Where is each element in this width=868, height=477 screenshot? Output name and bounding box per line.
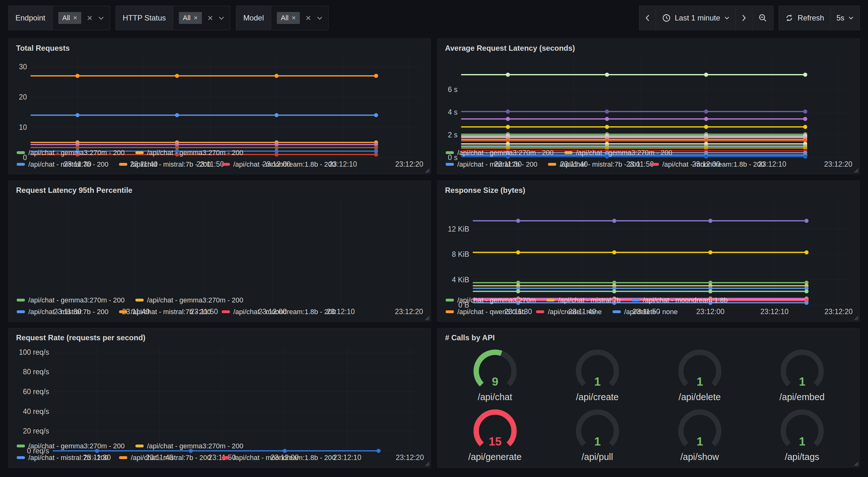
zoom-out-button[interactable] [752, 6, 773, 30]
filter-endpoint-chip[interactable]: All× [58, 12, 81, 24]
gauge-value: 1 [799, 375, 805, 388]
panel-calls-by-api: # Calls by API 9/api/chat1/api/create1/a… [437, 328, 860, 468]
refresh-interval-dropdown[interactable]: 5s [830, 6, 860, 30]
legend-label: /api/chat - qwen3:0.6b [457, 308, 525, 316]
chart-request-rate[interactable]: 23:11:3023:11:4023:11:5023:12:0023:12:10… [15, 344, 424, 440]
filter-http-status-chip[interactable]: All× [179, 12, 202, 24]
panel-title[interactable]: Total Requests [16, 44, 424, 53]
legend-item[interactable]: /api/chat - mistral:7b - 200 [17, 160, 108, 169]
gauge-arc: 1 [567, 345, 627, 392]
legend-item[interactable]: /api/chat - mistral:7b [547, 296, 620, 304]
legend-label: /api/chat - mistral:7b - 200 [560, 160, 640, 169]
gauge-label: /api/create [576, 392, 619, 402]
legend-swatch [17, 299, 25, 301]
chart-average-request-latency[interactable]: 23:11:3023:11:4023:11:5023:12:0023:12:10… [444, 54, 853, 146]
gauge[interactable]: 1/api/delete [670, 345, 730, 402]
panel-title[interactable]: # Calls by API [445, 333, 853, 342]
legend-swatch [135, 445, 144, 447]
chip-remove-icon[interactable]: × [73, 14, 77, 22]
legend-item[interactable]: /api/chat - moondream:1.8b - 200 [222, 454, 336, 462]
filter-endpoint-value[interactable]: All× × [53, 6, 110, 30]
gauge[interactable]: 1/api/embed [772, 345, 832, 402]
clear-selection-icon[interactable]: × [208, 13, 213, 23]
legend-swatch [17, 445, 25, 447]
gauge[interactable]: 1/api/pull [567, 405, 627, 462]
gauge[interactable]: 9/api/chat [465, 345, 525, 402]
resize-handle-icon[interactable] [854, 461, 859, 466]
resize-handle-icon[interactable] [854, 168, 859, 173]
legend-item[interactable]: /api/delete - none [613, 308, 678, 316]
panel-title[interactable]: Request Rate (requests per second) [16, 333, 424, 342]
clear-selection-icon[interactable]: × [87, 13, 93, 23]
legend-item[interactable]: /api/chat - gemma3:270m - 200 [17, 149, 125, 157]
gauge-arc: 1 [772, 345, 832, 392]
legend-item[interactable]: /api/chat - gemma3:270m - 200 [135, 149, 244, 157]
filter-http-status-value[interactable]: All× × [173, 6, 230, 30]
refresh-button[interactable]: Refresh [779, 6, 830, 30]
time-shift-back-button[interactable] [639, 6, 656, 30]
series-point [506, 117, 510, 121]
chart-total-requests[interactable]: 23:11:3023:11:4023:11:5023:12:0023:12:10… [15, 54, 424, 146]
legend-item[interactable]: /api/chat - moondream:1.8b - 200 [222, 308, 336, 316]
legend-item[interactable]: /api/chat - mistral:7b - 200 [119, 160, 211, 169]
time-shift-forward-button[interactable] [735, 6, 752, 30]
chart-response-size[interactable]: 23:11:3023:11:4023:11:5023:12:0023:12:10… [444, 196, 853, 294]
chip-remove-icon[interactable]: × [194, 14, 198, 22]
legend-item[interactable]: /api/chat - moondream:1.8b - 200 [222, 160, 336, 169]
resize-handle-icon[interactable] [425, 168, 430, 173]
time-range-picker-button[interactable]: Last 1 minute [656, 6, 735, 30]
chevron-down-icon[interactable] [317, 17, 322, 20]
legend-swatch [17, 310, 25, 313]
gauge[interactable]: 1/api/create [567, 345, 627, 402]
filter-model-chip[interactable]: All× [277, 12, 300, 24]
legend-item[interactable]: /api/chat - mistral:7b - 200 [446, 160, 537, 169]
legend-item[interactable]: /api/chat - gemma3:270m - 200 [135, 442, 244, 450]
filter-http-status-label: HTTP Status [116, 6, 173, 30]
chip-remove-icon[interactable]: × [292, 14, 296, 22]
legend-item[interactable]: /api/chat - qwen3:0.6b [446, 308, 525, 316]
legend-item[interactable]: /api/chat - mistral:7b - 200 [119, 308, 211, 316]
legend-swatch [547, 299, 555, 301]
legend-swatch [135, 151, 144, 154]
panel-total-requests: Total Requests 23:11:3023:11:4023:11:502… [8, 38, 431, 174]
legend-item[interactable]: /api/chat - mistral:7b - 200 [548, 160, 640, 169]
legend-item[interactable]: /api/chat - mistral:7b - 200 [17, 454, 108, 462]
gauge[interactable]: 1/api/tags [772, 405, 832, 462]
legend-item[interactable]: /api/create - none [536, 308, 601, 316]
gauge-value: 15 [489, 435, 501, 448]
series-point [803, 125, 807, 129]
resize-handle-icon[interactable] [425, 316, 430, 320]
refresh-icon [785, 13, 794, 22]
legend-item[interactable]: /api/chat - mistral:7b - 200 [17, 308, 108, 316]
series-point [612, 250, 616, 255]
resize-handle-icon[interactable] [425, 461, 430, 466]
resize-handle-icon[interactable] [854, 316, 859, 320]
panel-title[interactable]: Average Request Latency (seconds) [445, 44, 853, 53]
gauge-arc: 1 [670, 345, 730, 392]
gauge[interactable]: 1/api/show [670, 405, 730, 462]
panel-title[interactable]: Response Size (bytes) [445, 186, 853, 195]
legend-row: /api/chat - gemma3:270m - 200/api/chat -… [15, 294, 424, 306]
legend-swatch [651, 163, 659, 166]
legend: /api/chat - gemma3:270m - 200/api/chat -… [15, 440, 424, 464]
gauge[interactable]: 15/api/generate [465, 405, 525, 462]
legend-item[interactable]: /api/chat - gemma3:270m [446, 296, 536, 304]
legend-item[interactable]: /api/chat - gemma3:270m - 200 [17, 442, 125, 450]
legend-item[interactable]: /api/chat - moondream:1.8b [631, 296, 728, 304]
legend-item[interactable]: /api/chat - gemma3:270m - 200 [17, 296, 125, 304]
legend-item[interactable]: /api/chat - gemma3:270m - 200 [446, 149, 554, 157]
chevron-down-icon[interactable] [98, 17, 104, 20]
legend-item[interactable]: /api/chat - gemma3:270m - 200 [564, 149, 673, 157]
legend-item[interactable]: /api/chat - moondream:1.8b - 200 [651, 160, 765, 169]
legend-item[interactable]: /api/chat - mistral:7b - 200 [119, 454, 211, 462]
legend-label: /api/chat - gemma3:270m - 200 [28, 296, 125, 304]
legend-label: /api/chat - moondream:1.8b - 200 [234, 454, 336, 462]
clear-selection-icon[interactable]: × [306, 13, 311, 23]
legend-item[interactable]: /api/chat - gemma3:270m - 200 [135, 296, 244, 304]
filter-model-value[interactable]: All× × [271, 6, 328, 30]
chart-request-latency-p95[interactable]: 23:11:3023:11:4023:11:5023:12:0023:12:10… [15, 196, 424, 294]
legend-label: /api/chat - gemma3:270m - 200 [457, 149, 554, 157]
chevron-down-icon[interactable] [219, 17, 224, 20]
panel-title[interactable]: Request Latency 95th Percentile [16, 186, 424, 195]
legend-label: /api/chat - gemma3:270m - 200 [28, 442, 125, 450]
